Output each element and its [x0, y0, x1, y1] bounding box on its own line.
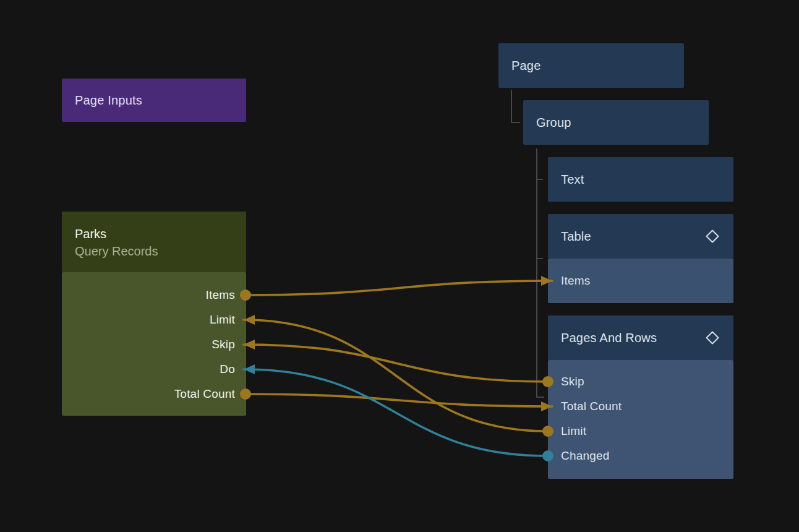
tree-node-group[interactable]: Group: [523, 100, 709, 145]
tree-port-par-skip-label: Skip: [561, 375, 584, 388]
node-parks-subtitle: Query Records: [75, 242, 246, 260]
node-parks-body[interactable]: Items Limit Skip Do Total Count: [62, 272, 246, 416]
port-row-do[interactable]: Do: [62, 357, 235, 382]
tree-node-page[interactable]: Page: [498, 43, 684, 88]
tree-node-table[interactable]: Table: [548, 214, 733, 259]
tree-connector-line: [537, 148, 544, 397]
port-row-skip[interactable]: Skip: [62, 332, 235, 357]
port-label-skip: Skip: [212, 338, 235, 351]
tree-connector-line: [511, 90, 520, 122]
tree-node-pages-and-rows-label: Pages And Rows: [561, 331, 705, 345]
node-page-inputs[interactable]: Page Inputs: [62, 79, 246, 122]
port-label-limit: Limit: [210, 313, 235, 327]
diamond-icon: [705, 229, 720, 244]
port-label-items: Items: [206, 288, 235, 302]
tree-port-par-total-count[interactable]: Total Count: [548, 394, 733, 419]
edge-pages_and_rows.changed-to-parks.do[interactable]: [244, 369, 548, 456]
tree-port-table-items[interactable]: Items: [548, 259, 733, 303]
port-label-total-count: Total Count: [174, 387, 235, 401]
port-row-items[interactable]: Items: [62, 283, 235, 307]
tree-node-page-label: Page: [511, 59, 670, 73]
tree-port-par-changed-label: Changed: [561, 449, 610, 463]
tree-node-group-label: Group: [536, 116, 695, 130]
tree-port-table-items-label: Items: [561, 274, 590, 288]
edge-parks.total_count-to-pages_and_rows.total_count[interactable]: [246, 394, 552, 406]
tree-port-par-total-count-label: Total Count: [561, 400, 622, 413]
tree-node-pages-and-rows[interactable]: Pages And Rows: [548, 315, 733, 360]
tree-port-par-limit[interactable]: Limit: [548, 419, 733, 444]
node-editor-canvas[interactable]: Page Inputs Parks Query Records Items Li…: [0, 0, 799, 532]
tree-port-par-changed[interactable]: Changed: [548, 444, 733, 468]
node-parks-header[interactable]: Parks Query Records: [62, 212, 246, 272]
port-row-limit[interactable]: Limit: [62, 307, 235, 332]
tree-port-par-limit-label: Limit: [561, 424, 586, 438]
node-parks-title: Parks: [75, 226, 246, 242]
edge-parks.items-to-table.items[interactable]: [246, 281, 552, 295]
tree-node-table-label: Table: [561, 230, 705, 244]
edge-pages_and_rows.skip-to-parks.skip[interactable]: [244, 345, 548, 382]
port-label-do: Do: [220, 363, 235, 376]
node-page-inputs-label: Page Inputs: [75, 93, 142, 108]
tree-node-pages-and-rows-body[interactable]: Skip Total Count Limit Changed: [548, 360, 733, 479]
tree-port-par-skip[interactable]: Skip: [548, 369, 733, 394]
tree-node-text-label: Text: [561, 173, 720, 187]
edge-pages_and_rows.limit-to-parks.limit[interactable]: [244, 320, 548, 431]
diamond-icon: [705, 330, 720, 345]
tree-node-text[interactable]: Text: [548, 157, 733, 202]
port-row-total-count[interactable]: Total Count: [62, 382, 235, 406]
